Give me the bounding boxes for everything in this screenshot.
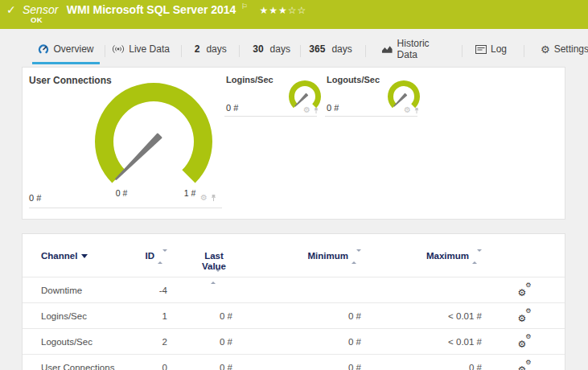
channel-settings-icon[interactable]: ⚙⚙ bbox=[518, 335, 532, 347]
channel-settings-icon[interactable]: ⚙⚙ bbox=[518, 309, 532, 322]
channel-id: 2 bbox=[142, 337, 167, 347]
logins-gauge-title: Logins/Sec bbox=[226, 75, 273, 84]
table-row-user-connections: User Connections 0 0 # 0 # 0 # ⚙⚙ bbox=[23, 354, 565, 370]
channels-panel: Channel ID Last Value Minimum Maximum Do… bbox=[22, 233, 565, 370]
channel-last-value: 0 # bbox=[167, 311, 232, 321]
tab-historic-data[interactable]: Historic Data bbox=[381, 40, 450, 64]
sort-desc-icon bbox=[81, 254, 88, 258]
gauge-settings-icon[interactable]: ⚙ bbox=[404, 106, 411, 114]
sensor-title-line: Sensor WMI Microsoft SQL Server 2014 ⚐ ★… bbox=[23, 2, 306, 17]
divider bbox=[224, 116, 317, 117]
divider bbox=[325, 116, 417, 117]
table-row-logouts-sec: Logouts/Sec 2 0 # 0 # < 0.01 # ⚙⚙ bbox=[23, 328, 565, 354]
tab-365-days[interactable]: 365 days bbox=[310, 40, 351, 64]
log-icon bbox=[475, 45, 487, 54]
sensor-header: ✓ Sensor WMI Microsoft SQL Server 2014 ⚐… bbox=[0, 0, 588, 29]
area-chart-icon bbox=[381, 44, 393, 54]
gauge-settings-icon[interactable]: ⚙ bbox=[200, 194, 208, 202]
channel-id: 0 bbox=[142, 363, 167, 370]
channel-name: User Connections bbox=[41, 363, 142, 370]
gear-icon: ⚙ bbox=[541, 44, 550, 55]
column-header-maximum[interactable]: Maximum bbox=[361, 234, 482, 261]
tab-2-days[interactable]: 2 days bbox=[193, 40, 228, 64]
sensor-kind-label: Sensor bbox=[23, 3, 58, 16]
gauge-needle bbox=[394, 94, 407, 107]
tab-settings[interactable]: ⚙ Settings bbox=[541, 40, 588, 64]
sort-icon bbox=[211, 272, 220, 282]
column-header-last-value-label: Last Value bbox=[202, 251, 226, 271]
column-header-minimum[interactable]: Minimum bbox=[232, 234, 361, 261]
page-title: WMI Microsoft SQL Server 2014 bbox=[67, 3, 236, 16]
column-header-id[interactable]: ID bbox=[142, 234, 167, 261]
channel-name: Logouts/Sec bbox=[41, 337, 142, 347]
table-row-downtime: Downtime -4 ⚙⚙ bbox=[23, 277, 565, 302]
tab-overview[interactable]: Overview bbox=[32, 40, 100, 64]
tab-365-days-label: days bbox=[331, 43, 352, 55]
tab-log[interactable]: Log bbox=[475, 40, 508, 64]
tab-overview-label: Overview bbox=[53, 43, 93, 55]
gauge-needle bbox=[295, 94, 308, 107]
table-row-logins-sec: Logins/Sec 1 0 # 0 # < 0.01 # ⚙⚙ bbox=[23, 302, 565, 328]
logins-gauge-value: 0 # bbox=[226, 103, 238, 113]
live-signal-icon bbox=[112, 44, 125, 54]
column-header-actions bbox=[512, 234, 537, 251]
status-check-icon: ✓ bbox=[6, 3, 16, 16]
tab-30-days-number: 30 bbox=[253, 43, 263, 55]
column-header-last-value[interactable]: Last Value bbox=[167, 234, 232, 282]
status-badge: OK bbox=[31, 15, 43, 24]
gauge-scale-min: 0 # bbox=[105, 188, 138, 198]
gauges-panel: User Connections 0 # 1 # 0 # ⚙ Logins/Se… bbox=[22, 67, 565, 220]
primary-gauge-value: 0 # bbox=[29, 193, 41, 203]
tab-365-days-number: 365 bbox=[309, 43, 325, 55]
column-header-minimum-label: Minimum bbox=[308, 251, 348, 261]
tab-historic-data-label: Historic Data bbox=[397, 38, 450, 60]
user-connections-gauge bbox=[89, 77, 218, 206]
logouts-gauge-value: 0 # bbox=[327, 103, 339, 113]
column-header-channel-label: Channel bbox=[41, 251, 77, 261]
tab-30-days[interactable]: 30 days bbox=[252, 40, 291, 64]
tab-bar: Overview Live Data 2 days 30 days 365 da… bbox=[0, 29, 588, 64]
logouts-gauge-title: Logouts/Sec bbox=[327, 75, 380, 84]
channel-id: -4 bbox=[142, 286, 167, 295]
channel-minimum: 0 # bbox=[232, 311, 361, 321]
column-header-maximum-label: Maximum bbox=[426, 251, 469, 261]
pin-icon[interactable] bbox=[413, 107, 420, 114]
channel-last-value: 0 # bbox=[167, 363, 232, 370]
pin-icon[interactable] bbox=[210, 194, 217, 202]
primary-gauge-tools: ⚙ bbox=[200, 194, 217, 202]
tab-2-days-label: days bbox=[206, 43, 226, 55]
sort-icon bbox=[352, 252, 361, 261]
channel-last-value: 0 # bbox=[167, 337, 232, 347]
gauge-needle bbox=[116, 134, 161, 179]
sort-icon bbox=[158, 252, 167, 261]
logins-gauge-tools: ⚙ bbox=[303, 106, 319, 114]
channel-name: Downtime bbox=[41, 286, 142, 295]
pin-icon[interactable] bbox=[313, 107, 319, 114]
flag-icon[interactable]: ⚐ bbox=[241, 2, 248, 10]
gauge-settings-icon[interactable]: ⚙ bbox=[303, 106, 310, 114]
channel-settings-icon[interactable]: ⚙⚙ bbox=[518, 283, 532, 296]
column-header-id-label: ID bbox=[146, 251, 155, 261]
channel-maximum: < 0.01 # bbox=[361, 311, 482, 321]
column-header-channel[interactable]: Channel bbox=[41, 234, 142, 261]
tab-live-data[interactable]: Live Data bbox=[111, 40, 171, 64]
divider bbox=[29, 208, 222, 208]
tab-log-label: Log bbox=[491, 43, 507, 55]
table-header-row: Channel ID Last Value Minimum Maximum bbox=[23, 234, 565, 277]
channel-name: Logins/Sec bbox=[41, 311, 142, 321]
tab-settings-label: Settings bbox=[554, 43, 588, 55]
gauge-icon bbox=[38, 43, 49, 55]
sort-icon bbox=[472, 252, 482, 261]
logouts-gauge-tools: ⚙ bbox=[404, 106, 420, 114]
channel-minimum: 0 # bbox=[232, 363, 361, 370]
channel-minimum: 0 # bbox=[232, 337, 361, 347]
tab-2-days-number: 2 bbox=[195, 43, 200, 55]
channel-maximum: < 0.01 # bbox=[361, 337, 482, 347]
tab-30-days-label: days bbox=[270, 43, 290, 55]
tab-live-data-label: Live Data bbox=[129, 43, 170, 55]
channel-settings-icon[interactable]: ⚙⚙ bbox=[518, 360, 532, 370]
channel-id: 1 bbox=[142, 311, 167, 321]
priority-stars[interactable]: ★★★☆☆ bbox=[259, 5, 306, 16]
channel-maximum: 0 # bbox=[361, 363, 482, 370]
